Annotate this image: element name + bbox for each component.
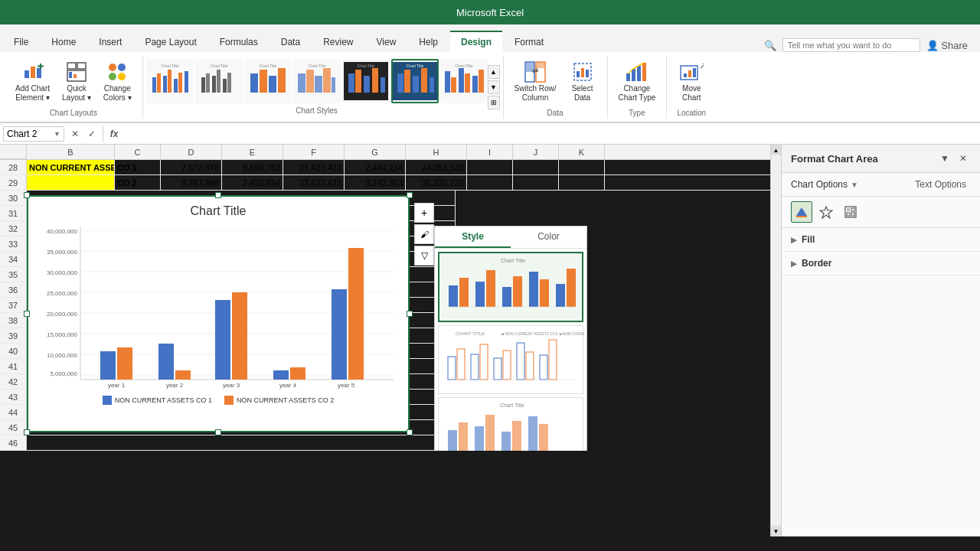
formula-input[interactable] xyxy=(125,127,977,141)
col-header-h[interactable]: H xyxy=(406,145,467,159)
formula-fx-btn[interactable]: fx xyxy=(106,126,122,142)
handle-tr[interactable] xyxy=(407,192,413,198)
tab-data[interactable]: Data xyxy=(270,31,311,52)
add-chart-element-button[interactable]: Add ChartElement ▾ xyxy=(11,57,54,106)
row-num-43[interactable]: 43 xyxy=(0,390,27,404)
row-num-41[interactable]: 41 xyxy=(0,359,27,373)
cell-c28[interactable]: CO 1 xyxy=(115,160,161,174)
chart-style-1[interactable]: Chart Title xyxy=(146,59,194,103)
change-chart-type-button[interactable]: ChangeChart Type xyxy=(614,57,661,106)
tab-format[interactable]: Format xyxy=(504,31,554,52)
fill-section-header[interactable]: ▶ Fill xyxy=(791,234,971,245)
cell-d29[interactable]: 8,767,898 xyxy=(161,175,222,190)
chart-style-7[interactable]: Chart Title xyxy=(440,59,488,103)
scrollbar-track[interactable] xyxy=(771,155,781,526)
row-num-37[interactable]: 37 xyxy=(0,298,27,312)
row-num-44[interactable]: 44 xyxy=(0,405,27,419)
cell-j29[interactable] xyxy=(513,175,559,190)
handle-mr[interactable] xyxy=(407,311,413,317)
handle-ml[interactable] xyxy=(24,311,30,317)
style-thumb-1[interactable]: Chart Title xyxy=(438,252,583,322)
col-header-d[interactable]: D xyxy=(161,145,222,159)
col-header-k[interactable]: K xyxy=(559,145,605,159)
row-num-29[interactable]: 29 xyxy=(0,175,27,190)
cell-i28[interactable] xyxy=(467,160,513,174)
style-thumb-2[interactable]: CHART TITLE ■ NON CURRENT ASSETS CO1 ■ N… xyxy=(438,325,583,394)
scrollbar-down-btn[interactable]: ▼ xyxy=(771,526,782,536)
cell-g28[interactable]: 2,434,234 xyxy=(345,160,406,174)
chart-style-3[interactable]: Chart Title xyxy=(244,59,292,103)
col-header-g[interactable]: G xyxy=(345,145,406,159)
row-num-33[interactable]: 33 xyxy=(0,236,27,251)
cell-e28[interactable]: 9,696,762 xyxy=(222,160,283,174)
tab-file[interactable]: File xyxy=(3,31,39,52)
col-header-f[interactable]: F xyxy=(283,145,345,159)
row-num-34[interactable]: 34 xyxy=(0,252,27,266)
cell-k29[interactable] xyxy=(559,175,605,190)
handle-bm[interactable] xyxy=(215,429,221,435)
change-colors-button[interactable]: ChangeColors ▾ xyxy=(99,57,136,106)
tab-home[interactable]: Home xyxy=(41,31,87,52)
chart-add-element-btn[interactable]: + xyxy=(414,203,434,223)
tab-help[interactable]: Help xyxy=(408,31,449,52)
size-properties-icon-btn[interactable] xyxy=(840,201,861,223)
tab-formulas[interactable]: Formulas xyxy=(209,31,269,52)
style-thumb-3[interactable]: Chart Title xyxy=(438,397,583,451)
cell-b29[interactable] xyxy=(27,175,115,190)
quick-layout-button[interactable]: QuickLayout ▾ xyxy=(57,57,96,106)
row-num-30[interactable]: 30 xyxy=(0,191,27,205)
chart-style-btn[interactable]: 🖌 xyxy=(414,224,434,244)
formula-cancel-btn[interactable]: ✕ xyxy=(67,126,83,142)
chart-filter-btn[interactable]: ▽ xyxy=(414,246,434,266)
handle-tl[interactable] xyxy=(24,192,30,198)
col-header-b[interactable]: B xyxy=(27,145,115,159)
cell-f28[interactable]: 21,423,423 xyxy=(283,160,345,174)
cell-c29[interactable]: CO 2 xyxy=(115,175,161,190)
tab-design[interactable]: Design xyxy=(450,31,502,52)
border-section-header[interactable]: ▶ Border xyxy=(791,258,971,269)
tell-me-input[interactable] xyxy=(782,38,920,52)
row-num-46[interactable]: 46 xyxy=(0,435,27,450)
name-box[interactable]: Chart 2 ▼ xyxy=(3,126,64,142)
row-num-42[interactable]: 42 xyxy=(0,374,27,389)
select-data-button[interactable]: SelectData xyxy=(564,57,601,106)
chart-style-6[interactable]: Chart Title xyxy=(391,59,439,103)
scroll-up-btn[interactable]: ▲ xyxy=(488,65,500,79)
row-num-36[interactable]: 36 xyxy=(0,282,27,297)
row-num-39[interactable]: 39 xyxy=(0,328,27,343)
scroll-down-btn[interactable]: ▼ xyxy=(488,80,500,94)
cell-h28[interactable]: 24,353,533 xyxy=(406,160,467,174)
chart-style-5[interactable]: Chart Title xyxy=(342,59,390,103)
col-header-c[interactable]: C xyxy=(115,145,161,159)
cell-h29[interactable]: 35,235,235 xyxy=(406,175,467,190)
panel-close-btn[interactable]: ✕ xyxy=(956,151,971,166)
row-num-40[interactable]: 40 xyxy=(0,344,27,358)
row-num-31[interactable]: 31 xyxy=(0,206,27,220)
col-header-i[interactable]: I xyxy=(467,145,513,159)
cell-g29[interactable]: 3,242,353 xyxy=(345,175,406,190)
row-num-38[interactable]: 38 xyxy=(0,313,27,328)
chart-options-dropdown[interactable]: Chart Options ▼ xyxy=(791,179,858,190)
chart-style-2[interactable]: Chart Title xyxy=(195,59,243,103)
cell-i29[interactable] xyxy=(467,175,513,190)
row-num-45[interactable]: 45 xyxy=(0,420,27,435)
text-options-btn[interactable]: Text Options xyxy=(910,178,971,191)
row-num-32[interactable]: 32 xyxy=(0,221,27,236)
cell-k28[interactable] xyxy=(559,160,605,174)
cell-b28[interactable]: NON CURRENT ASSETS xyxy=(27,160,115,174)
handle-tm[interactable] xyxy=(215,192,221,198)
scroll-more-btn[interactable]: ⊞ xyxy=(488,96,500,109)
handle-br[interactable] xyxy=(407,429,413,435)
tab-page-layout[interactable]: Page Layout xyxy=(134,31,207,52)
chart-box[interactable]: Chart Title 40,000,000 35,000,000 30,000… xyxy=(27,195,410,432)
fill-effects-icon-btn[interactable] xyxy=(791,201,812,223)
cell-e29[interactable]: 2,432,534 xyxy=(222,175,283,190)
cell-j28[interactable] xyxy=(513,160,559,174)
share-btn[interactable]: 👤 Share xyxy=(926,40,968,51)
cell-f29[interactable]: 23,423,423 xyxy=(283,175,345,190)
tab-insert[interactable]: Insert xyxy=(88,31,132,52)
panel-dropdown-btn[interactable]: ▼ xyxy=(937,151,952,166)
handle-bl[interactable] xyxy=(24,429,30,435)
tab-view[interactable]: View xyxy=(366,31,407,52)
color-tab[interactable]: Color xyxy=(511,227,586,248)
